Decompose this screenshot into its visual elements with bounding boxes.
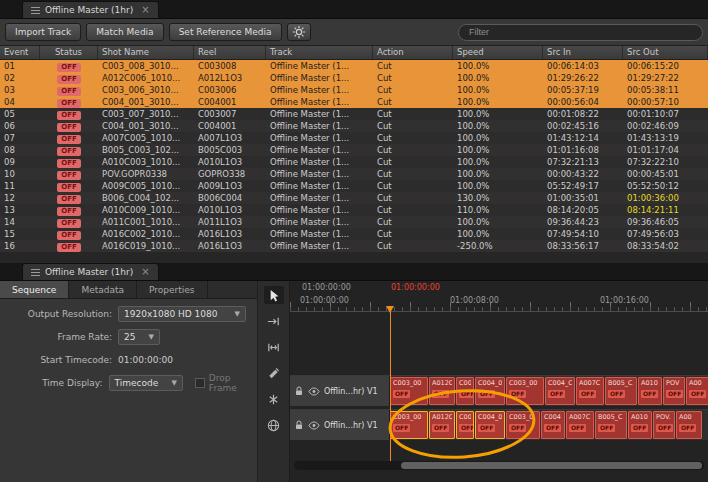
table-row[interactable]: 15OFFA016C002_1010...A016L1O3Offline Mas… [0,228,708,240]
sync-globe-tool-icon[interactable] [264,416,284,434]
clip-status-badge: OFF [393,390,410,398]
table-row[interactable]: 10OFFPOV.GOPR0338GOPRO338Offline Master … [0,168,708,180]
horizontal-scrollbar[interactable] [294,461,704,470]
tab-offline-master-conform[interactable]: Offline Master (1hr) × [22,1,159,18]
track-header[interactable]: Offlin...hr) V1 [290,410,390,440]
track-header[interactable]: Offlin...hr) V1 [290,376,390,406]
table-row[interactable]: 13OFFA010C009_1010...A010L1O3Offline Mas… [0,204,708,216]
trim-tool-icon[interactable] [264,338,284,356]
slip-tool-icon[interactable] [264,312,284,330]
cell-src-out: 00:00:45:01 [623,168,708,180]
close-icon[interactable]: × [141,5,149,15]
timeline-clip[interactable]: A00OFF [686,377,708,405]
table-row[interactable]: 05OFFC003_007_3010...C003007Offline Mast… [0,108,708,120]
table-row[interactable]: 11OFFA009C005_1010...A009L1O3Offline Mas… [0,180,708,192]
lock-icon[interactable] [294,386,304,396]
start-timecode-label: Start Timecode: [0,355,118,365]
table-row[interactable]: 12OFFB006_C004_102...B006C004Offline Mas… [0,192,708,204]
column-header-shot-name[interactable]: Shot Name [98,46,194,59]
cell-src-out: 08:14:21:11 [623,204,708,216]
conform-tab-bar: Offline Master (1hr) × [0,0,708,19]
column-header-status[interactable]: Status [40,46,98,59]
table-row[interactable]: 08OFFB005_C003_102...B005C003Offline Mas… [0,144,708,156]
filter-input[interactable] [458,24,703,41]
table-row[interactable]: 01OFFC003_008_3010...C003008Offline Mast… [0,60,708,72]
tab-offline-master-sequence[interactable]: Offline Master (1hr) × [22,263,159,280]
timeline-clip[interactable]: B005_COFF [595,411,627,439]
column-header-event[interactable]: Event [0,46,40,59]
timeline-clip[interactable]: POVOFF [663,377,685,405]
cell-src-in: 00:05:37:19 [543,84,623,96]
eye-icon[interactable] [308,387,320,396]
column-header-reel[interactable]: Reel [194,46,266,59]
drop-frame-checkbox[interactable] [195,378,205,388]
lock-icon[interactable] [294,420,304,430]
import-track-button[interactable]: Import Track [5,23,81,41]
timeline-clip[interactable]: A012COFF [429,411,455,439]
timeline-clip[interactable]: A010OFF [628,411,652,439]
time-display-dropdown[interactable]: Timecode ▼ [109,375,183,391]
razor-tool-icon[interactable] [264,364,284,382]
clip-name: C003_00 [393,413,425,421]
output-resolution-dropdown[interactable]: 1920x1080 HD 1080 ▼ [118,306,246,322]
cell-event: 11 [0,180,40,192]
timeline-ruler[interactable]: 01:00:00:0001:00:08:0001:00:16:00 [290,294,708,312]
cell-event: 02 [0,72,40,84]
timeline-clip[interactable]: B005_COFF [605,377,637,405]
timeline-clip[interactable]: A010OFF [638,377,662,405]
cell-src-out: 07:49:56:03 [623,228,708,240]
tab-sequence[interactable]: Sequence [0,281,69,298]
scrollbar-thumb[interactable] [401,462,702,469]
column-header-track[interactable]: Track [266,46,373,59]
playhead-marker[interactable] [386,306,394,313]
column-header-speed[interactable]: Speed [453,46,543,59]
timeline-clip[interactable]: C003_00OFF [390,411,428,439]
timeline-clip[interactable]: C003_0OFF [506,411,540,439]
timeline-clip[interactable]: A012COFF [429,377,455,405]
timeline-clip[interactable]: C004_COFF [545,377,575,405]
tab-metadata[interactable]: Metadata [69,281,137,298]
clip-status-badge: OFF [478,424,495,432]
timeline-clip[interactable]: C004OFF [541,411,565,439]
column-header-src-in[interactable]: Src In [543,46,623,59]
cell-speed: 100.0% [453,108,543,120]
timeline-clip[interactable]: C004_0OFF [475,377,505,405]
eye-icon[interactable] [308,421,320,430]
timeline-clip[interactable]: C00OFF [456,377,474,405]
timeline-clip[interactable]: C003_00OFF [506,377,544,405]
table-row[interactable]: 16OFFA016C019_1010...A016L1O3Offline Mas… [0,240,708,252]
table-row[interactable]: 03OFFC003_006_3010...C003006Offline Mast… [0,84,708,96]
table-row[interactable]: 06OFFC004_001_3010...C004001Offline Mast… [0,120,708,132]
set-reference-media-button[interactable]: Set Reference Media [169,23,282,41]
timeline-clip[interactable]: A007COFF [566,411,594,439]
clip-name: A012C [432,413,452,421]
section-divider [0,252,708,263]
column-header-action[interactable]: Action [373,46,453,59]
table-row[interactable]: 14OFFA011C001_1010...A011L1O3Offline Mas… [0,216,708,228]
timeline-clip[interactable]: C003_00OFF [390,377,428,405]
status-badge: OFF [57,147,81,156]
tab-properties[interactable]: Properties [137,281,207,298]
cell-speed: 110.0% [453,204,543,216]
table-row[interactable]: 09OFFA010C003_1010...A010L1O3Offline Mas… [0,156,708,168]
match-media-button[interactable]: Match Media [86,23,163,41]
table-row[interactable]: 04OFFC004_001_3010...C004001Offline Mast… [0,96,708,108]
settings-button[interactable] [287,23,311,41]
timeline-clip[interactable]: A007COFF [576,377,604,405]
frame-rate-dropdown[interactable]: 25 ▼ [118,329,160,345]
cell-src-in: 00:00:43:22 [543,168,623,180]
playhead-line[interactable] [390,307,391,461]
clip-status-badge: OFF [432,390,449,398]
timeline-clip[interactable]: C004_0OFF [475,411,505,439]
table-row[interactable]: 07OFFA007C005_1010...A007L1O3Offline Mas… [0,132,708,144]
cell-src-out: 00:06:15:20 [623,60,708,72]
column-header-src-out[interactable]: Src Out [623,46,708,59]
timeline-clip[interactable]: A00OFF [676,411,702,439]
selection-tool-icon[interactable] [264,286,284,304]
retime-tool-icon[interactable] [264,390,284,408]
close-icon[interactable]: × [141,267,149,277]
timeline-clip[interactable]: POV.OFF [653,411,675,439]
timeline-clip[interactable]: C00OFF [456,411,474,439]
table-row[interactable]: 02OFFA012C006_1010...A012L1O3Offline Mas… [0,72,708,84]
clip-status-badge: OFF [478,390,495,398]
